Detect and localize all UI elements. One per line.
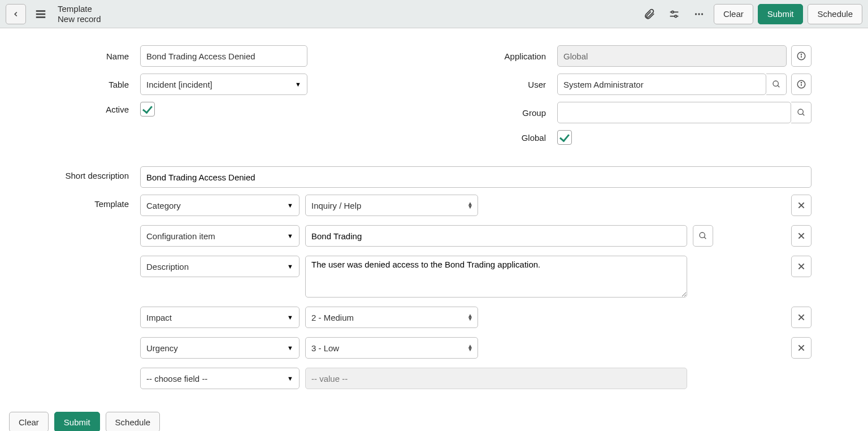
application-label: Application (474, 51, 557, 61)
user-lookup-button[interactable] (766, 74, 787, 95)
group-lookup-button[interactable] (791, 102, 811, 123)
template-value-textarea[interactable] (305, 256, 687, 298)
template-label: Template (57, 199, 140, 209)
back-button[interactable] (6, 4, 26, 24)
user-info-button[interactable] (791, 74, 811, 95)
footer-schedule-button[interactable]: Schedule (106, 412, 160, 431)
search-icon (797, 108, 806, 117)
more-actions-button[interactable] (689, 4, 709, 24)
template-field-select[interactable]: Description ▼ (140, 256, 300, 277)
template-row-remove-button[interactable] (791, 307, 811, 328)
close-icon (797, 262, 806, 271)
table-select-value: Incident [incident] (146, 80, 212, 89)
close-icon (797, 313, 806, 322)
svg-point-12 (801, 54, 801, 54)
hamburger-icon (34, 8, 47, 20)
chevron-down-icon: ▼ (287, 344, 293, 351)
template-row: Configuration item ▼ (140, 225, 811, 247)
application-info-button[interactable] (791, 45, 811, 67)
svg-point-18 (798, 109, 803, 114)
clear-button[interactable]: Clear (714, 4, 753, 24)
template-value-placeholder: -- value -- (305, 368, 687, 389)
template-row-remove-button[interactable] (791, 225, 811, 247)
template-row: Impact ▼ 2 - Medium ▲▼ (140, 307, 811, 328)
close-icon (797, 231, 806, 240)
attachment-button[interactable] (639, 4, 659, 24)
sort-arrows-icon: ▲▼ (467, 314, 473, 321)
svg-line-23 (704, 237, 706, 239)
chevron-left-icon (12, 10, 20, 18)
template-field-select[interactable]: Configuration item ▼ (140, 225, 300, 247)
header-subtitle: New record (58, 14, 101, 24)
svg-point-9 (701, 13, 703, 15)
submit-button[interactable]: Submit (758, 4, 804, 24)
template-value-reference-input[interactable] (305, 225, 687, 247)
chevron-down-icon: ▼ (287, 232, 293, 239)
footer-submit-button[interactable]: Submit (54, 412, 100, 431)
chevron-down-icon: ▼ (287, 263, 293, 270)
application-input (557, 45, 787, 67)
template-value-lookup-button[interactable] (693, 225, 713, 247)
template-row: Urgency ▼ 3 - Low ▲▼ (140, 337, 811, 359)
template-value-select[interactable]: Inquiry / Help ▲▼ (305, 195, 478, 216)
short-description-label: Short description (57, 171, 140, 180)
svg-point-8 (698, 13, 700, 15)
template-row: Category ▼ Inquiry / Help ▲▼ (140, 195, 811, 216)
schedule-button[interactable]: Schedule (808, 4, 862, 24)
name-label: Name (57, 51, 140, 61)
template-field-select[interactable]: Urgency ▼ (140, 337, 300, 359)
active-label: Active (57, 105, 140, 114)
info-icon (796, 79, 806, 89)
template-row-remove-button[interactable] (791, 195, 811, 216)
sort-arrows-icon: ▲▼ (467, 202, 473, 209)
close-icon (797, 343, 806, 352)
sort-arrows-icon: ▲▼ (467, 344, 473, 351)
template-value-select[interactable]: 3 - Low ▲▼ (305, 337, 478, 359)
personalize-button[interactable] (664, 4, 684, 24)
svg-line-19 (802, 114, 804, 115)
template-field-select[interactable]: -- choose field -- ▼ (140, 368, 300, 389)
template-field-select[interactable]: Category ▼ (140, 195, 300, 216)
user-input[interactable] (557, 74, 766, 95)
footer-clear-button[interactable]: Clear (9, 412, 49, 431)
global-checkbox[interactable] (557, 130, 572, 145)
template-value-select[interactable]: 2 - Medium ▲▼ (305, 307, 478, 328)
chevron-down-icon: ▼ (287, 202, 293, 209)
table-select[interactable]: Incident [incident] ▼ (140, 74, 307, 95)
svg-point-5 (671, 11, 674, 13)
ellipsis-icon (693, 8, 705, 20)
header-bar: Template New record Clear Submit Schedul… (0, 0, 868, 28)
svg-point-13 (773, 81, 778, 86)
user-label: User (474, 80, 557, 89)
template-field-select[interactable]: Impact ▼ (140, 307, 300, 328)
template-row-remove-button[interactable] (791, 337, 811, 359)
header-title: Template (58, 4, 101, 14)
paperclip-icon (643, 8, 656, 20)
svg-line-14 (778, 85, 779, 87)
chevron-down-icon: ▼ (295, 81, 301, 88)
svg-point-7 (695, 13, 697, 15)
search-icon (772, 80, 781, 89)
chevron-down-icon: ▼ (287, 375, 293, 382)
template-row-remove-button[interactable] (791, 256, 811, 277)
active-checkbox[interactable] (140, 102, 155, 117)
svg-point-22 (700, 232, 705, 238)
menu-button[interactable] (31, 4, 51, 24)
group-label: Group (474, 108, 557, 118)
global-label: Global (474, 133, 557, 143)
svg-point-6 (675, 15, 677, 17)
close-icon (797, 201, 806, 210)
name-input[interactable] (140, 45, 307, 67)
search-icon (698, 231, 708, 240)
template-row-new: -- choose field -- ▼ -- value -- (140, 368, 811, 389)
group-input[interactable] (557, 102, 791, 123)
info-icon (796, 51, 806, 61)
table-label: Table (57, 80, 140, 89)
chevron-down-icon: ▼ (287, 314, 293, 321)
footer-bar: Clear Submit Schedule (0, 407, 868, 431)
sliders-icon (668, 8, 680, 20)
svg-point-17 (801, 82, 801, 83)
template-row: Description ▼ (140, 256, 811, 298)
short-description-input[interactable] (140, 166, 811, 188)
